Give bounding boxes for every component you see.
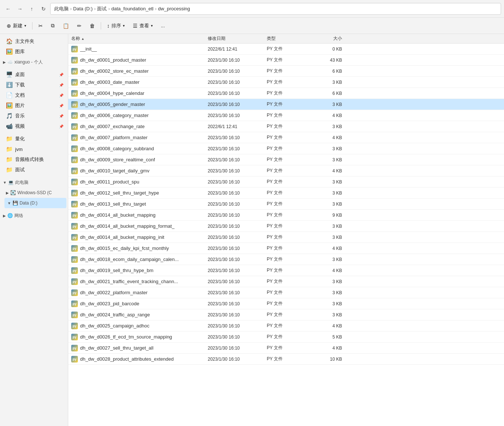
sort-button[interactable]: ↕ 排序 ▾ [103,20,128,32]
forward-button[interactable]: → [15,4,25,14]
sidebar-item-videos[interactable]: 📹 视频 📌 [1,121,66,131]
table-row[interactable]: pydh_dw_d0012_sell_thru_target_hype2023/… [68,188,504,199]
file-type-cell: PY 文件 [264,245,308,251]
new-button[interactable]: ⊕ 新建 ▾ [3,20,30,32]
table-row[interactable]: pydh_dw_d0009_store_realtime_conf2023/1/… [68,154,504,165]
view-button[interactable]: ☰ 查看 ▾ [129,20,156,32]
sidebar-item-gallery[interactable]: 🖼️ 图库 [1,47,66,57]
sidebar-item-downloads[interactable]: ⬇️ 下载 📌 [1,80,66,90]
file-name-cell: pydh_dw_d0006_category_master [68,112,205,119]
file-size-cell: 3 KB [308,279,345,284]
this-pc-chevron-icon: ▼ [3,181,7,185]
file-type-cell: PY 文件 [264,289,308,296]
file-name-cell: pydh_dw_d0014_all_bucket_mapping_format_ [68,223,205,230]
sidebar-item-interview[interactable]: 📁 面试 [1,165,66,175]
table-row[interactable]: pydh_dw_d0027_sell_thru_target_all2023/1… [68,343,504,354]
file-type-cell: PY 文件 [264,179,308,185]
col-header-size[interactable]: 大小 [308,35,345,42]
table-row[interactable]: pydh_dw_d0007_platform_master2023/1/30 1… [68,132,504,143]
file-size-cell: 3 KB [308,80,345,85]
table-row[interactable]: pydh_dw_d0006_category_master2023/1/30 1… [68,110,504,121]
col-header-name[interactable]: 名称 ▲ [68,35,205,42]
sidebar-network-label: 网络 [14,213,23,219]
col-header-date[interactable]: 修改日期 [205,35,264,42]
cloud-icon: ☁️ [7,59,13,65]
python-file-icon: py [71,223,78,230]
table-row[interactable]: pydh_dw_d0005_gender_master2023/1/30 16:… [68,99,504,110]
sidebar-item-music[interactable]: 🎵 音乐 📌 [1,111,66,121]
paste-button[interactable]: 📋 [59,20,73,32]
sidebar-item-desktop[interactable]: 🖥️ 桌面 📌 [1,69,66,80]
sidebar-item-audio-convert[interactable]: 📁 音频格式转换 [1,154,66,165]
table-row[interactable]: pydh_dw_d0015_ec_daily_kpi_fcst_monthly2… [68,243,504,254]
bc-foundation[interactable]: data_foundation_etl [111,6,153,11]
table-row[interactable]: pydh_dw_d0004_hype_calendar2023/1/30 16:… [68,88,504,99]
cut-button[interactable]: ✂ [35,20,46,32]
rename-button[interactable]: ✏ [73,20,85,32]
python-file-icon: py [71,212,78,219]
file-type-cell: PY 文件 [264,278,308,285]
file-name-label: dh_dw_d0008_category_subbrand [80,146,154,151]
file-name-cell: pydh_dw_d0019_sell_thru_hype_bm [68,267,205,274]
table-row[interactable]: pydh_dw_d0021_traffic_event_tracking_cha… [68,276,504,287]
table-row[interactable]: pydh_dw_d0014_all_bucket_mapping_format_… [68,221,504,232]
python-file-icon: py [71,256,78,263]
table-row[interactable]: py__init__2022/6/1 12:41PY 文件0 KB [68,44,504,55]
bc-data-d[interactable]: Data (D:) [73,6,93,11]
table-row[interactable]: pydh_dw_d0025_campaign_adhoc2023/1/30 16… [68,320,504,331]
bc-processing[interactable]: dw_processing [158,6,190,11]
sidebar-item-pictures[interactable]: 🖼️ 图片 📌 [1,100,66,111]
delete-button[interactable]: 🗑 [86,20,99,32]
sidebar-cloud-group[interactable]: ▶ ☁️ xianguo - 个人 [0,57,68,67]
table-row[interactable]: pydh_dw_d0003_date_master2023/1/30 16:10… [68,77,504,88]
copy-icon: ⧉ [51,23,55,29]
up-button[interactable]: ↑ [27,4,37,14]
file-size-cell: 10 KB [308,357,345,362]
table-row[interactable]: pydh_dw_d0001_product_master2023/1/30 16… [68,55,504,66]
sidebar-item-home[interactable]: 🏠 主文件夹 [1,36,66,47]
table-row[interactable]: pydh_dw_d0024_traffic_asp_range2023/1/30… [68,309,504,320]
file-size-cell: 3 KB [308,290,345,295]
col-header-type[interactable]: 类型 [264,35,308,42]
table-row[interactable]: pydh_dw_d0008_category_subbrand2023/1/30… [68,143,504,154]
sidebar-data-d-group[interactable]: ▼ 💾 Data (D:) [4,198,66,208]
file-date-cell: 2023/1/30 16:10 [205,202,264,207]
table-row[interactable]: pydh_dw_d0007_exchange_rate2022/6/1 12:4… [68,121,504,132]
file-size-cell: 6 KB [308,91,345,96]
sidebar-item-quantua[interactable]: 📁 量化 [1,134,66,144]
file-name-label: dh_dw_d0007_platform_master [80,135,148,140]
sidebar-data-d-label: Data (D:) [20,200,38,206]
file-list: 名称 ▲ 修改日期 类型 大小 py__init__2022/6/1 12:41… [68,34,504,426]
sidebar-network-group[interactable]: ▶ 🌐 网络 [0,210,68,221]
table-row[interactable]: pydh_dw_d0013_sell_thru_target2023/1/30 … [68,199,504,210]
table-row[interactable]: pydh_dw_d0010_target_daily_gmv2023/1/30 … [68,165,504,176]
more-button[interactable]: ... [157,20,169,32]
table-row[interactable]: pydh_dw_d0026_tf_ecd_tm_source_mapping20… [68,331,504,343]
table-row[interactable]: pydh_dw_d0028_product_attributes_extende… [68,354,504,365]
sidebar-windows-ssd-group[interactable]: ▶ 💽 Windows-SSD (C [3,188,68,198]
file-date-cell: 2023/1/30 16:10 [205,190,264,196]
file-type-cell: PY 文件 [264,112,308,118]
table-row[interactable]: pydh_dw_d0018_ecom_daily_campaign_calen.… [68,254,504,265]
refresh-button[interactable]: ↻ [38,4,49,14]
file-type-cell: PY 文件 [264,300,308,307]
back-button[interactable]: ← [3,4,13,14]
table-row[interactable]: pydh_dw_d0011_product_spu2023/1/30 16:10… [68,176,504,188]
file-name-label: dh_dw_d0013_sell_thru_target [80,201,146,207]
sidebar-item-documents[interactable]: 📄 文档 📌 [1,90,66,100]
sidebar-this-pc-group[interactable]: ▼ 💻 此电脑 [0,177,68,188]
file-size-cell: 6 KB [308,69,345,74]
table-row[interactable]: pydh_dw_d0014_all_bucket_mapping_init202… [68,232,504,243]
bc-interview[interactable]: 面试 [97,6,107,12]
table-row[interactable]: pydh_dw_d0023_pid_barcode2023/1/30 16:10… [68,298,504,309]
python-file-icon: py [71,323,78,329]
table-row[interactable]: pydh_dw_d0002_store_ec_master2023/1/30 1… [68,66,504,77]
breadcrumb[interactable]: 此电脑 › Data (D:) › 面试 › data_foundation_e… [50,3,501,15]
copy-button[interactable]: ⧉ [47,20,58,32]
table-row[interactable]: pydh_dw_d0014_all_bucket_mapping2023/1/3… [68,210,504,221]
table-row[interactable]: pydh_dw_d0022_platform_master2023/1/30 1… [68,287,504,298]
table-row[interactable]: pydh_dw_d0019_sell_thru_hype_bm2023/1/30… [68,265,504,276]
gallery-icon: 🖼️ [6,48,13,55]
sidebar-item-jvm[interactable]: 📁 jvm [1,144,66,154]
bc-computer[interactable]: 此电脑 [54,6,69,12]
